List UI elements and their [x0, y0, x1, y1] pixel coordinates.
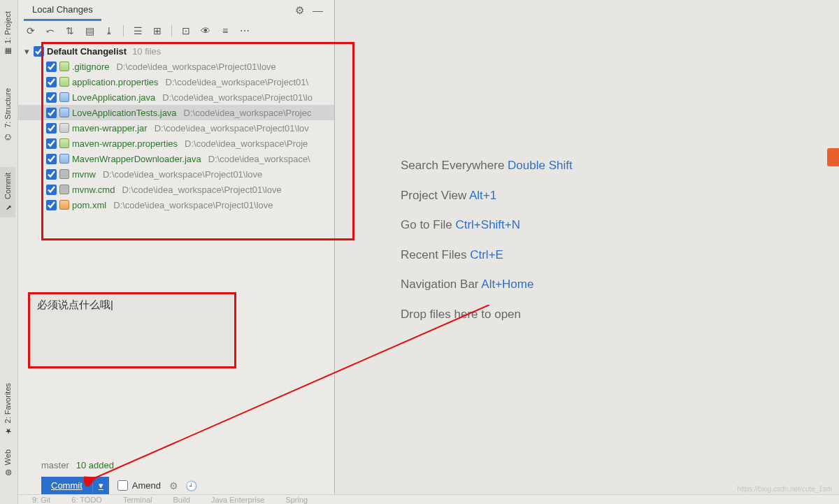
- amend-checkbox[interactable]: [117, 480, 128, 491]
- file-type-icon: [59, 92, 69, 102]
- right-side-badge[interactable]: [827, 148, 839, 166]
- bottom-terminal[interactable]: Terminal: [123, 496, 152, 504]
- file-checkbox[interactable]: [46, 92, 57, 103]
- file-row[interactable]: pom.xmlD:\code\idea_workspace\Project01\…: [18, 197, 334, 213]
- file-row[interactable]: maven-wrapper.propertiesD:\code\idea_wor…: [18, 136, 334, 151]
- gutter-favorites[interactable]: ★ 2: Favorites: [0, 377, 15, 441]
- commit-button[interactable]: Commit: [41, 477, 92, 494]
- gutter-structure[interactable]: ⌬ 7: Structure: [0, 82, 15, 146]
- file-checkbox[interactable]: [46, 77, 57, 87]
- star-icon: ★: [3, 426, 13, 435]
- file-row[interactable]: LoveApplicationTests.javaD:\code\idea_wo…: [18, 105, 334, 120]
- file-checkbox[interactable]: [46, 169, 57, 180]
- tab-local-changes[interactable]: Local Changes: [24, 0, 101, 21]
- file-name: mvnw: [72, 169, 96, 180]
- editor-hint-row: Go to File Ctrl+Shift+N: [401, 210, 573, 240]
- preview-icon[interactable]: 👁: [200, 25, 211, 36]
- commit-button-group: Commit ▾: [41, 477, 109, 494]
- file-name: maven-wrapper.jar: [72, 123, 148, 134]
- bottom-toolwindow-bar: 9: Git 6: TODO Terminal Build Java Enter…: [18, 494, 839, 504]
- hint-shortcut: Ctrl+Shift+N: [455, 218, 520, 231]
- amend-checkbox-label[interactable]: Amend: [117, 480, 161, 491]
- file-type-icon: [59, 200, 69, 210]
- file-path: D:\code\idea_workspace\Project01\love: [103, 169, 262, 180]
- changelist-header[interactable]: ▾ Default Changelist 10 files: [18, 43, 334, 59]
- file-row[interactable]: MavenWrapperDownloader.javaD:\code\idea_…: [18, 151, 334, 166]
- file-checkbox[interactable]: [46, 138, 57, 149]
- web-icon: ◍: [3, 468, 13, 477]
- commit-message-input[interactable]: [30, 294, 234, 366]
- expand-icon[interactable]: ⊡: [180, 25, 192, 36]
- refresh-icon[interactable]: ⟳: [25, 25, 36, 36]
- changes-tree: ▾ Default Changelist 10 files .gitignore…: [18, 41, 334, 215]
- file-row[interactable]: maven-wrapper.jarD:\code\idea_workspace\…: [18, 120, 334, 136]
- editor-empty-hints: Search Everywhere Double ShiftProject Vi…: [401, 151, 573, 329]
- file-path: D:\code\idea_workspace\Project01\love: [113, 200, 273, 210]
- changelist-checkbox[interactable]: [34, 46, 44, 57]
- file-path: D:\code\idea_workspace\Projec: [184, 108, 312, 118]
- gear-icon[interactable]: ⚙: [295, 4, 304, 17]
- file-checkbox[interactable]: [46, 154, 57, 164]
- file-type-icon: [59, 138, 69, 148]
- file-path: D:\code\idea_workspace\Project01\love: [122, 185, 281, 195]
- bottom-git[interactable]: 9: Git: [32, 496, 50, 504]
- commit-bar: Commit ▾ Amend ⚙ 🕘: [41, 477, 197, 494]
- changelist-icon[interactable]: ▤: [84, 25, 95, 36]
- file-path: D:\code\idea_workspace\Project01\love: [116, 62, 275, 72]
- group-icon[interactable]: ☰: [132, 25, 143, 36]
- collapse-icon[interactable]: ≡: [220, 25, 231, 36]
- gutter-web[interactable]: ◍ Web: [0, 444, 15, 483]
- history-icon[interactable]: 🕘: [185, 480, 197, 491]
- file-checkbox[interactable]: [46, 123, 57, 134]
- minimize-icon[interactable]: —: [313, 4, 323, 17]
- hint-label: Project View: [401, 189, 469, 202]
- file-name: mvnw.cmd: [72, 185, 115, 195]
- rollback-icon[interactable]: ⤺: [45, 25, 56, 36]
- gear-icon[interactable]: ⚙: [169, 480, 178, 491]
- file-checkbox[interactable]: [46, 62, 57, 72]
- file-name: maven-wrapper.properties: [72, 138, 178, 149]
- file-type-icon: [59, 77, 69, 87]
- hint-label: Search Everywhere: [401, 159, 508, 172]
- left-gutter: ▦ 1: Project ⌬ 7: Structure ✔ Commit ★ 2…: [0, 0, 18, 504]
- file-row[interactable]: .gitignoreD:\code\idea_workspace\Project…: [18, 59, 334, 74]
- diff-icon[interactable]: ⇅: [64, 25, 76, 36]
- file-row[interactable]: LoveApplication.javaD:\code\idea_workspa…: [18, 89, 334, 105]
- structure-icon: ⌬: [3, 131, 13, 141]
- file-type-icon: [59, 169, 69, 179]
- file-checkbox[interactable]: [46, 108, 57, 118]
- file-name: MavenWrapperDownloader.java: [72, 154, 201, 164]
- hint-shortcut: Double Shift: [508, 159, 573, 172]
- tree-icon[interactable]: ⊞: [152, 25, 163, 36]
- editor-hint-row: Drop files here to open: [401, 300, 573, 330]
- commit-tool-window: Local Changes ⚙ — ⟳ ⤺ ⇅ ▤ ⤓ ☰ ⊞ ⊡ 👁 ≡ ⋯ …: [18, 0, 335, 504]
- shelve-icon[interactable]: ⤓: [103, 25, 115, 36]
- more-icon[interactable]: ⋯: [239, 25, 250, 36]
- bottom-spring[interactable]: Spring: [285, 496, 308, 504]
- file-type-icon: [59, 185, 69, 194]
- file-row[interactable]: mvnw.cmdD:\code\idea_workspace\Project01…: [18, 182, 334, 197]
- bottom-todo[interactable]: 6: TODO: [71, 496, 102, 504]
- hint-label: Recent Files: [401, 248, 470, 261]
- file-row[interactable]: mvnwD:\code\idea_workspace\Project01\lov…: [18, 166, 334, 182]
- file-name: .gitignore: [72, 62, 109, 72]
- chevron-down-icon[interactable]: ▾: [22, 46, 31, 57]
- file-row[interactable]: application.propertiesD:\code\idea_works…: [18, 74, 334, 89]
- editor-hint-row: Project View Alt+1: [401, 181, 573, 211]
- file-checkbox[interactable]: [46, 200, 57, 210]
- file-path: D:\code\idea_workspace\Project01\: [166, 77, 309, 87]
- commit-icon: ✔: [3, 202, 13, 212]
- branch-label: master: [41, 460, 69, 470]
- commit-dropdown[interactable]: ▾: [92, 477, 109, 494]
- bottom-javaee[interactable]: Java Enterprise: [211, 496, 264, 504]
- bottom-build[interactable]: Build: [173, 496, 189, 504]
- added-count: 10 added: [76, 460, 114, 470]
- file-path: D:\code\idea_workspace\: [208, 154, 310, 164]
- gutter-commit[interactable]: ✔ Commit: [0, 167, 15, 217]
- file-checkbox[interactable]: [46, 185, 57, 195]
- gutter-project[interactable]: ▦ 1: Project: [0, 6, 15, 62]
- hint-shortcut: Ctrl+E: [470, 248, 503, 261]
- hint-shortcut: Alt+Home: [481, 278, 533, 291]
- hint-label: Navigation Bar: [401, 278, 481, 291]
- hint-shortcut: Alt+1: [469, 189, 496, 202]
